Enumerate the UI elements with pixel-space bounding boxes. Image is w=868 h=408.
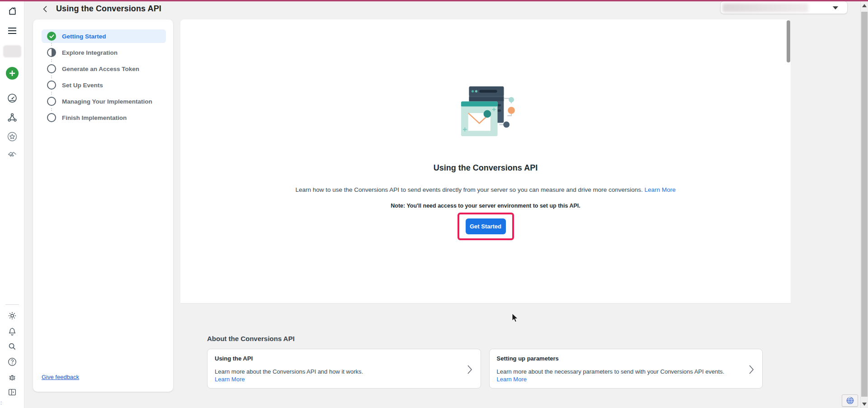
collapse-panel-icon[interactable]	[7, 387, 17, 397]
step-explore-integration[interactable]: Explore Integration	[42, 46, 166, 59]
step-label: Explore Integration	[62, 49, 118, 56]
browser-scrollbar-thumb[interactable]	[861, 12, 868, 397]
help-icon[interactable]	[7, 357, 17, 367]
step-complete-check-icon	[47, 32, 56, 41]
page-header: Using the Conversions API	[24, 1, 161, 16]
card-body: Learn more about the Conversions API and…	[215, 368, 461, 375]
step-todo-icon	[47, 64, 56, 73]
step-generate-access-token[interactable]: Generate an Access Token	[42, 62, 166, 76]
annotation-highlight-box: Get Started	[458, 213, 514, 240]
hero-note: Note: You'll need access to your server …	[180, 203, 791, 209]
page-title: Using the Conversions API	[56, 4, 161, 14]
scroll-down-arrow[interactable]	[862, 403, 867, 406]
menu-icon[interactable]	[8, 27, 17, 34]
left-nav-rail	[0, 1, 24, 408]
partnerships-handshake-icon[interactable]	[7, 150, 18, 161]
redacted-shortcut-icon	[3, 45, 21, 57]
step-managing-your-implementation[interactable]: Managing Your Implementation	[42, 95, 166, 108]
report-bug-icon[interactable]	[7, 372, 17, 382]
back-button[interactable]	[40, 4, 51, 14]
step-set-up-events[interactable]: Set Up Events	[42, 78, 166, 92]
hero-description-text: Learn how to use the Conversions API to …	[295, 186, 642, 193]
step-label: Generate an Access Token	[62, 66, 139, 72]
settings-gear-icon[interactable]	[7, 311, 17, 321]
status-text-fragment: :	[0, 400, 2, 405]
content-scrollbar-thumb[interactable]	[787, 20, 790, 62]
give-feedback-link[interactable]: Give feedback	[42, 374, 79, 380]
home-icon[interactable]	[7, 5, 18, 16]
collections-star-icon[interactable]	[7, 131, 18, 142]
scroll-up-arrow[interactable]	[862, 4, 867, 7]
rail-divider	[5, 304, 19, 305]
dropdown-caret-icon	[833, 6, 838, 9]
about-cards: Using the API Learn more about the Conve…	[207, 349, 763, 389]
about-section: About the Conversions API Using the API …	[180, 303, 791, 389]
hero-learn-more-link[interactable]: Learn More	[645, 186, 676, 193]
card-learn-more-link[interactable]: Learn More	[497, 376, 743, 383]
chevron-right-icon	[467, 365, 472, 376]
create-plus-icon[interactable]	[6, 67, 19, 80]
setup-steps-panel: Getting Started Explore Integration Gene…	[33, 19, 173, 392]
chevron-right-icon	[749, 365, 754, 376]
step-getting-started[interactable]: Getting Started	[42, 29, 166, 43]
step-label: Managing Your Implementation	[62, 98, 152, 105]
performance-gauge-icon[interactable]	[7, 93, 18, 104]
step-todo-icon	[47, 97, 56, 106]
redacted-account-name	[722, 3, 808, 12]
step-label: Finish Implementation	[62, 114, 127, 121]
get-started-button[interactable]: Get Started	[466, 218, 506, 234]
main-content-card: Using the Conversions API Learn how to u…	[180, 19, 791, 303]
step-label: Getting Started	[62, 33, 106, 40]
card-body: Learn more about the necessary parameter…	[497, 368, 743, 375]
globe-icon	[846, 397, 854, 404]
card-title: Using the API	[215, 355, 461, 362]
card-setting-up-parameters[interactable]: Setting up parameters Learn more about t…	[489, 349, 763, 389]
step-finish-implementation[interactable]: Finish Implementation	[42, 111, 166, 124]
connections-network-icon[interactable]	[7, 112, 18, 123]
card-using-the-api[interactable]: Using the API Learn more about the Conve…	[207, 349, 481, 389]
card-learn-more-link[interactable]: Learn More	[215, 376, 461, 383]
about-heading: About the Conversions API	[207, 335, 763, 342]
screenshot-top-border	[0, 0, 868, 1]
conversions-api-illustration	[180, 84, 791, 137]
step-in-progress-icon	[47, 48, 56, 57]
card-title: Setting up parameters	[497, 355, 743, 362]
browser-scrollbar	[860, 1, 868, 408]
hero-title: Using the Conversions API	[180, 163, 791, 173]
step-todo-icon	[47, 81, 56, 90]
hero-description: Learn how to use the Conversions API to …	[180, 186, 791, 193]
notifications-bell-icon[interactable]	[7, 327, 17, 337]
search-icon[interactable]	[7, 342, 17, 351]
account-dropdown[interactable]	[720, 1, 848, 14]
globe-status-button[interactable]	[842, 394, 858, 407]
step-todo-icon	[47, 113, 56, 122]
step-label: Set Up Events	[62, 82, 103, 89]
